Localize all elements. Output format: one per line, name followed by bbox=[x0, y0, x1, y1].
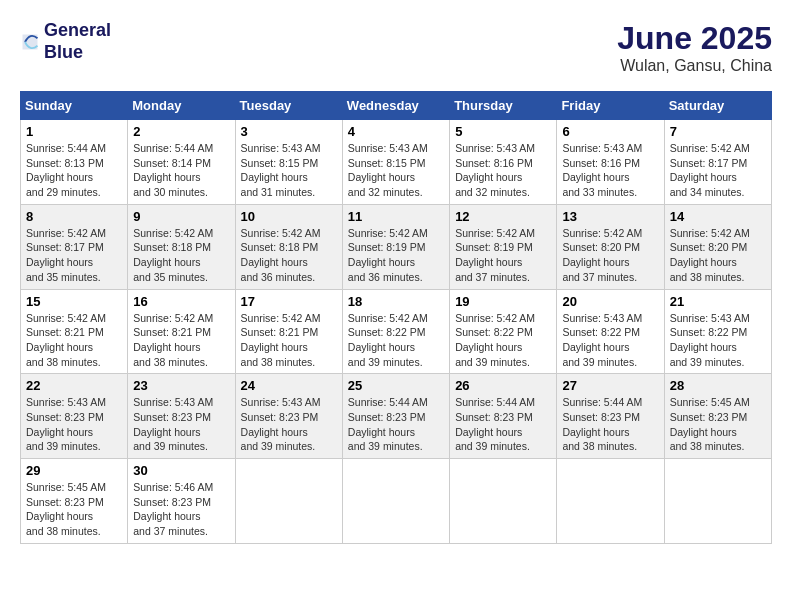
day-number: 1 bbox=[26, 124, 122, 139]
day-number: 14 bbox=[670, 209, 766, 224]
page-header: General Blue June 2025 Wulan, Gansu, Chi… bbox=[20, 20, 772, 75]
day-info: Sunrise: 5:43 AMSunset: 8:15 PMDaylight … bbox=[241, 141, 337, 200]
calendar-day-cell bbox=[342, 459, 449, 544]
day-number: 26 bbox=[455, 378, 551, 393]
day-number: 20 bbox=[562, 294, 658, 309]
calendar-day-cell: 8Sunrise: 5:42 AMSunset: 8:17 PMDaylight… bbox=[21, 204, 128, 289]
day-info: Sunrise: 5:43 AMSunset: 8:15 PMDaylight … bbox=[348, 141, 444, 200]
day-number: 25 bbox=[348, 378, 444, 393]
day-info: Sunrise: 5:42 AMSunset: 8:22 PMDaylight … bbox=[455, 311, 551, 370]
day-info: Sunrise: 5:42 AMSunset: 8:19 PMDaylight … bbox=[455, 226, 551, 285]
weekday-header: Thursday bbox=[450, 92, 557, 120]
day-info: Sunrise: 5:44 AMSunset: 8:23 PMDaylight … bbox=[348, 395, 444, 454]
day-info: Sunrise: 5:42 AMSunset: 8:18 PMDaylight … bbox=[133, 226, 229, 285]
day-number: 3 bbox=[241, 124, 337, 139]
day-number: 12 bbox=[455, 209, 551, 224]
calendar-week-row: 15Sunrise: 5:42 AMSunset: 8:21 PMDayligh… bbox=[21, 289, 772, 374]
calendar-day-cell: 7Sunrise: 5:42 AMSunset: 8:17 PMDaylight… bbox=[664, 120, 771, 205]
day-info: Sunrise: 5:43 AMSunset: 8:22 PMDaylight … bbox=[670, 311, 766, 370]
day-number: 15 bbox=[26, 294, 122, 309]
day-number: 17 bbox=[241, 294, 337, 309]
day-info: Sunrise: 5:45 AMSunset: 8:23 PMDaylight … bbox=[26, 480, 122, 539]
day-number: 16 bbox=[133, 294, 229, 309]
day-info: Sunrise: 5:42 AMSunset: 8:21 PMDaylight … bbox=[26, 311, 122, 370]
day-number: 13 bbox=[562, 209, 658, 224]
day-info: Sunrise: 5:46 AMSunset: 8:23 PMDaylight … bbox=[133, 480, 229, 539]
calendar-day-cell: 25Sunrise: 5:44 AMSunset: 8:23 PMDayligh… bbox=[342, 374, 449, 459]
calendar-day-cell bbox=[664, 459, 771, 544]
day-number: 18 bbox=[348, 294, 444, 309]
day-number: 5 bbox=[455, 124, 551, 139]
day-info: Sunrise: 5:42 AMSunset: 8:20 PMDaylight … bbox=[562, 226, 658, 285]
day-number: 28 bbox=[670, 378, 766, 393]
day-number: 23 bbox=[133, 378, 229, 393]
calendar-day-cell: 4Sunrise: 5:43 AMSunset: 8:15 PMDaylight… bbox=[342, 120, 449, 205]
weekday-header: Wednesday bbox=[342, 92, 449, 120]
calendar-day-cell: 10Sunrise: 5:42 AMSunset: 8:18 PMDayligh… bbox=[235, 204, 342, 289]
day-number: 30 bbox=[133, 463, 229, 478]
calendar-header-row: SundayMondayTuesdayWednesdayThursdayFrid… bbox=[21, 92, 772, 120]
calendar-day-cell bbox=[557, 459, 664, 544]
day-info: Sunrise: 5:43 AMSunset: 8:23 PMDaylight … bbox=[133, 395, 229, 454]
logo: General Blue bbox=[20, 20, 111, 63]
logo-line2: Blue bbox=[44, 42, 111, 64]
day-info: Sunrise: 5:42 AMSunset: 8:19 PMDaylight … bbox=[348, 226, 444, 285]
calendar-day-cell: 30Sunrise: 5:46 AMSunset: 8:23 PMDayligh… bbox=[128, 459, 235, 544]
weekday-header: Saturday bbox=[664, 92, 771, 120]
calendar-day-cell: 13Sunrise: 5:42 AMSunset: 8:20 PMDayligh… bbox=[557, 204, 664, 289]
calendar-week-row: 29Sunrise: 5:45 AMSunset: 8:23 PMDayligh… bbox=[21, 459, 772, 544]
day-number: 10 bbox=[241, 209, 337, 224]
calendar-day-cell: 18Sunrise: 5:42 AMSunset: 8:22 PMDayligh… bbox=[342, 289, 449, 374]
logo-line1: General bbox=[44, 20, 111, 42]
calendar-day-cell: 19Sunrise: 5:42 AMSunset: 8:22 PMDayligh… bbox=[450, 289, 557, 374]
day-number: 22 bbox=[26, 378, 122, 393]
weekday-header: Monday bbox=[128, 92, 235, 120]
month-title: June 2025 bbox=[617, 20, 772, 57]
calendar-day-cell: 14Sunrise: 5:42 AMSunset: 8:20 PMDayligh… bbox=[664, 204, 771, 289]
day-number: 2 bbox=[133, 124, 229, 139]
calendar-day-cell: 23Sunrise: 5:43 AMSunset: 8:23 PMDayligh… bbox=[128, 374, 235, 459]
day-info: Sunrise: 5:44 AMSunset: 8:14 PMDaylight … bbox=[133, 141, 229, 200]
day-info: Sunrise: 5:43 AMSunset: 8:22 PMDaylight … bbox=[562, 311, 658, 370]
calendar-week-row: 1Sunrise: 5:44 AMSunset: 8:13 PMDaylight… bbox=[21, 120, 772, 205]
day-info: Sunrise: 5:42 AMSunset: 8:20 PMDaylight … bbox=[670, 226, 766, 285]
day-info: Sunrise: 5:43 AMSunset: 8:23 PMDaylight … bbox=[241, 395, 337, 454]
day-info: Sunrise: 5:44 AMSunset: 8:23 PMDaylight … bbox=[562, 395, 658, 454]
weekday-header: Friday bbox=[557, 92, 664, 120]
day-info: Sunrise: 5:42 AMSunset: 8:21 PMDaylight … bbox=[241, 311, 337, 370]
location: Wulan, Gansu, China bbox=[617, 57, 772, 75]
calendar-table: SundayMondayTuesdayWednesdayThursdayFrid… bbox=[20, 91, 772, 544]
calendar-day-cell bbox=[235, 459, 342, 544]
calendar-day-cell: 17Sunrise: 5:42 AMSunset: 8:21 PMDayligh… bbox=[235, 289, 342, 374]
calendar-day-cell bbox=[450, 459, 557, 544]
logo-text: General Blue bbox=[44, 20, 111, 63]
calendar-day-cell: 27Sunrise: 5:44 AMSunset: 8:23 PMDayligh… bbox=[557, 374, 664, 459]
day-info: Sunrise: 5:43 AMSunset: 8:23 PMDaylight … bbox=[26, 395, 122, 454]
weekday-header: Tuesday bbox=[235, 92, 342, 120]
calendar-day-cell: 29Sunrise: 5:45 AMSunset: 8:23 PMDayligh… bbox=[21, 459, 128, 544]
calendar-day-cell: 5Sunrise: 5:43 AMSunset: 8:16 PMDaylight… bbox=[450, 120, 557, 205]
calendar-day-cell: 24Sunrise: 5:43 AMSunset: 8:23 PMDayligh… bbox=[235, 374, 342, 459]
calendar-day-cell: 16Sunrise: 5:42 AMSunset: 8:21 PMDayligh… bbox=[128, 289, 235, 374]
day-info: Sunrise: 5:43 AMSunset: 8:16 PMDaylight … bbox=[562, 141, 658, 200]
calendar-day-cell: 12Sunrise: 5:42 AMSunset: 8:19 PMDayligh… bbox=[450, 204, 557, 289]
calendar-day-cell: 9Sunrise: 5:42 AMSunset: 8:18 PMDaylight… bbox=[128, 204, 235, 289]
logo-icon bbox=[20, 28, 40, 56]
calendar-week-row: 22Sunrise: 5:43 AMSunset: 8:23 PMDayligh… bbox=[21, 374, 772, 459]
calendar-day-cell: 2Sunrise: 5:44 AMSunset: 8:14 PMDaylight… bbox=[128, 120, 235, 205]
day-number: 11 bbox=[348, 209, 444, 224]
calendar-day-cell: 28Sunrise: 5:45 AMSunset: 8:23 PMDayligh… bbox=[664, 374, 771, 459]
calendar-week-row: 8Sunrise: 5:42 AMSunset: 8:17 PMDaylight… bbox=[21, 204, 772, 289]
calendar-day-cell: 3Sunrise: 5:43 AMSunset: 8:15 PMDaylight… bbox=[235, 120, 342, 205]
calendar-day-cell: 15Sunrise: 5:42 AMSunset: 8:21 PMDayligh… bbox=[21, 289, 128, 374]
day-number: 21 bbox=[670, 294, 766, 309]
day-number: 6 bbox=[562, 124, 658, 139]
day-number: 9 bbox=[133, 209, 229, 224]
day-info: Sunrise: 5:42 AMSunset: 8:17 PMDaylight … bbox=[26, 226, 122, 285]
calendar-day-cell: 20Sunrise: 5:43 AMSunset: 8:22 PMDayligh… bbox=[557, 289, 664, 374]
day-info: Sunrise: 5:42 AMSunset: 8:22 PMDaylight … bbox=[348, 311, 444, 370]
day-number: 19 bbox=[455, 294, 551, 309]
calendar-day-cell: 21Sunrise: 5:43 AMSunset: 8:22 PMDayligh… bbox=[664, 289, 771, 374]
day-info: Sunrise: 5:42 AMSunset: 8:17 PMDaylight … bbox=[670, 141, 766, 200]
day-number: 29 bbox=[26, 463, 122, 478]
